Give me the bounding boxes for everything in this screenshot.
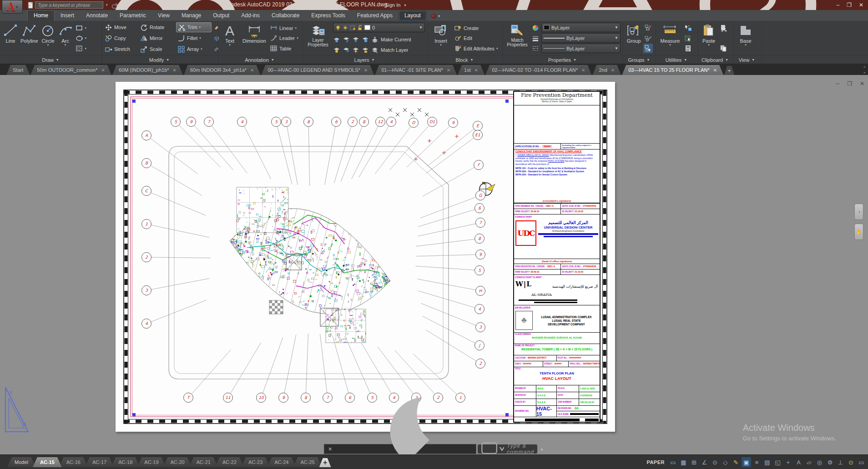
lineweight-select[interactable]: ByLayer ▼: [541, 33, 621, 43]
copy-button[interactable]: Copy: [103, 33, 138, 43]
doc-tab-close-icon[interactable]: ✕: [250, 68, 254, 73]
lineweight-button[interactable]: [531, 34, 540, 43]
layout-tab-ac-17[interactable]: AC-17: [85, 457, 114, 467]
search-input[interactable]: [35, 1, 103, 9]
doc-tab-close-icon[interactable]: ✕: [581, 68, 585, 73]
workspace-icon[interactable]: ⚙: [825, 457, 835, 467]
group-edit-button[interactable]: [643, 34, 653, 43]
layout-tab-ac-23[interactable]: AC-23: [241, 457, 270, 467]
doc-minimize-button[interactable]: ─: [836, 80, 840, 87]
hatch-button[interactable]: ▾: [75, 44, 88, 53]
layer-properties-button[interactable]: Layer Properties: [304, 22, 332, 54]
measure-button[interactable]: Measure ▾: [657, 22, 683, 54]
copy-clip-button[interactable]: [719, 44, 728, 53]
nav-wheel-button[interactable]: ◔: [854, 204, 863, 220]
layout-tab-ac-25[interactable]: AC-25: [293, 457, 322, 467]
table-button[interactable]: Table: [269, 44, 299, 53]
annotation-scale-icon[interactable]: ◎: [815, 457, 824, 467]
layout-tab-ac-18[interactable]: AC-18: [111, 457, 140, 467]
doc-restore-button[interactable]: ❐: [847, 80, 852, 87]
match-properties-button[interactable]: Match Properties: [504, 22, 530, 54]
doc-tab-2[interactable]: 60M (INDOOR)_ph1b*✕: [112, 65, 183, 75]
group-button[interactable]: Group: [625, 22, 643, 54]
doc-tab-close-icon[interactable]: ✕: [101, 68, 105, 73]
edit-attributes-button[interactable]: Edit Attributes ▾: [453, 44, 500, 53]
ribbon-tab-parametric[interactable]: Parametric: [114, 10, 152, 21]
doc-tab-close-icon[interactable]: ✕: [474, 68, 478, 73]
doc-tab-0[interactable]: Start: [6, 65, 30, 75]
layout-tab-model[interactable]: Model: [7, 457, 35, 467]
doc-tab-3[interactable]: 60m INDOOR 3x4_ph1a*✕: [184, 65, 261, 75]
ribbon-tab-manage[interactable]: Manage: [176, 10, 207, 21]
leader-button[interactable]: Leader ▾: [269, 34, 299, 43]
create-block-button[interactable]: Create: [453, 23, 500, 33]
fillet-button[interactable]: Fillet ▾: [176, 33, 212, 43]
doc-tab-6[interactable]: 1st✕: [458, 65, 484, 75]
doc-tab-close-icon[interactable]: ✕: [447, 68, 450, 73]
ribbon-tab-output[interactable]: Output: [207, 10, 235, 21]
circle-button[interactable]: Circle ▾: [40, 22, 57, 54]
ribbon-tab-featured-apps[interactable]: Featured Apps: [351, 10, 399, 21]
nav-pan-button[interactable]: ✋: [854, 224, 863, 240]
text-button[interactable]: A Text ▾: [219, 22, 240, 54]
match-layer-button[interactable]: Match Layer: [333, 46, 425, 53]
transparency-icon[interactable]: ▤: [762, 457, 772, 467]
ellipse-button[interactable]: ▾: [75, 34, 88, 43]
search-arrow-icon[interactable]: ▸: [29, 2, 31, 8]
ribbon-tab-view[interactable]: View: [152, 10, 176, 21]
paste-button[interactable]: Paste ▾: [699, 22, 718, 54]
autoscale-icon[interactable]: ▱: [804, 457, 814, 467]
dynamic-input-icon[interactable]: +: [783, 457, 793, 467]
layout-tab-ac-22[interactable]: AC-22: [215, 457, 244, 467]
object-color-select[interactable]: ByLayer ▼: [541, 23, 621, 32]
rectangle-button[interactable]: ▾: [75, 23, 88, 33]
grid-icon[interactable]: ▦: [679, 457, 688, 467]
ribbon-tab-home[interactable]: Home: [27, 10, 55, 21]
trim-dropdown-icon[interactable]: ▾: [199, 25, 201, 29]
ribbon-display-toggle[interactable]: ▾: [431, 14, 440, 21]
snap-icon[interactable]: ⊞: [689, 457, 699, 467]
new-layout-button[interactable]: +: [319, 458, 331, 467]
app-logo-button[interactable]: A ▾: [2, 0, 23, 14]
mirror-button[interactable]: Mirror: [139, 33, 175, 43]
insert-button[interactable]: Insert ▾: [429, 22, 453, 54]
restore-button[interactable]: ❐: [847, 2, 852, 8]
osnap-icon[interactable]: ▣: [742, 457, 751, 467]
color-wheel-button[interactable]: [531, 23, 540, 33]
new-drawing-tab-button[interactable]: +: [724, 66, 734, 75]
doc-tab-close-icon[interactable]: ✕: [713, 68, 717, 73]
ribbon-tab-express-tools[interactable]: Express Tools: [305, 10, 351, 21]
layout-tab-ac-15[interactable]: AC-15: [33, 457, 62, 467]
quick-select-button[interactable]: [683, 23, 693, 33]
layer-select[interactable]: 0 ▼: [333, 23, 425, 32]
layout-tab-ac-21[interactable]: AC-21: [189, 457, 218, 467]
layout-tab-ac-24[interactable]: AC-24: [267, 457, 296, 467]
doc-close-button[interactable]: ✕: [860, 80, 864, 87]
scale-button[interactable]: Scale: [139, 44, 175, 54]
osnap-tracking-icon[interactable]: ✎: [731, 457, 741, 467]
edit-block-button[interactable]: Edit: [453, 34, 500, 43]
doc-tab-5[interactable]: 01---HVAC -01 SITE PLAN*✕: [375, 65, 457, 75]
annotation-monitor-icon[interactable]: ⊥: [836, 457, 845, 467]
panel-title-view[interactable]: View▼: [733, 55, 761, 64]
id-point-button[interactable]: [683, 34, 693, 43]
layout-tab-ac-19[interactable]: AC-19: [137, 457, 166, 467]
doc-tab-8[interactable]: 2nd✕: [592, 65, 621, 75]
quick-calc-button[interactable]: [683, 44, 693, 53]
ribbon-tab-add-ins[interactable]: Add-ins: [235, 10, 266, 21]
panel-title-layers[interactable]: Layers▼: [302, 55, 427, 64]
stretch-button[interactable]: Stretch: [103, 44, 138, 54]
doc-tab-7[interactable]: 02---HVAC-02 TO -014 FLOOR PLAN*✕: [485, 65, 591, 75]
selection-cycling-icon[interactable]: ◱: [773, 457, 782, 467]
rotate-button[interactable]: Rotate: [139, 22, 175, 32]
drawing-canvas[interactable]: ─ ❐ ✕ N5974538628124DD19EE1FG67895H43J2T…: [0, 75, 868, 454]
array-button[interactable]: Array ▾: [176, 44, 212, 54]
doc-tab-close-icon[interactable]: ✕: [611, 68, 615, 73]
ribbon-tab-layout[interactable]: Layout: [399, 10, 427, 21]
doc-tab-9[interactable]: 03---HVAC 15 TO 25 FLOOR PLAN*✕: [622, 65, 723, 75]
trim-button[interactable]: Trim ▾: [176, 22, 212, 32]
command-input[interactable]: Type a command: [477, 444, 538, 454]
panel-title-block[interactable]: Block▼: [427, 55, 502, 64]
layout-tab-ac-16[interactable]: AC-16: [59, 457, 88, 467]
paper-sheet[interactable]: N5974538628124DD19EE1FG67895H43J2T111098…: [116, 82, 615, 432]
